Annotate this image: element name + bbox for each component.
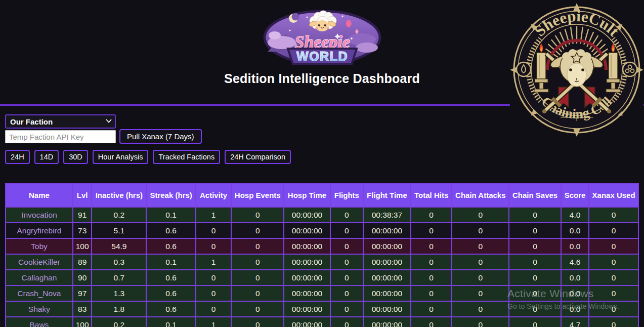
stat-cell: 0 (231, 254, 284, 270)
period-button-24h[interactable]: 24H (5, 150, 30, 164)
stat-cell: 0.6 (146, 223, 196, 238)
stat-cell: 0 (452, 223, 509, 238)
stat-cell: 0.0 (561, 270, 589, 285)
stat-cell: 0 (452, 317, 509, 327)
stat-cell: 00:00:00 (284, 238, 330, 254)
stat-cell: 0 (411, 238, 452, 254)
stat-cell: 0 (509, 223, 561, 238)
stat-cell: 0 (411, 223, 452, 238)
stat-cell: 0 (452, 207, 509, 223)
table-row: CookieKiller890.30.11000:00:00000:00:000… (6, 254, 638, 270)
stat-cell: 0 (509, 285, 561, 301)
stat-cell: 0 (589, 301, 638, 317)
stat-cell: 1.3 (92, 285, 146, 301)
stat-cell: 00:00:00 (363, 317, 411, 327)
period-button-14d[interactable]: 14D (34, 150, 59, 164)
stat-cell: 4.0 (561, 207, 589, 223)
stat-cell: 0.2 (92, 317, 146, 327)
droplet-medallion-icon (517, 62, 531, 76)
player-name-link[interactable]: Angryfirebird (6, 223, 73, 238)
stat-cell: 0 (589, 270, 638, 285)
stat-cell: 0 (196, 285, 231, 301)
stat-cell: 91 (73, 207, 92, 223)
stat-cell: 0 (196, 301, 231, 317)
column-header: Flight Time (363, 184, 411, 207)
table-row: Callaghan900.70.60000:00:00000:00:000000… (6, 270, 638, 285)
faction-select[interactable]: Our Faction (5, 114, 116, 129)
stat-cell: 0.0 (561, 223, 589, 238)
stat-cell: 0.0 (561, 301, 589, 317)
stat-cell: 0 (330, 301, 363, 317)
stat-cell: 97 (73, 285, 92, 301)
stat-cell: 0 (231, 301, 284, 317)
biohazard-medallion-icon (623, 62, 637, 76)
stat-cell: 0 (196, 270, 231, 285)
stat-cell: 0 (231, 317, 284, 327)
stats-table-body: Invocation910.20.11000:00:00000:38:37000… (6, 207, 638, 327)
stat-cell: 1 (196, 207, 231, 223)
stat-cell: 0.2 (92, 207, 146, 223)
stat-cell: 00:00:00 (284, 254, 330, 270)
stat-cell: 00:00:00 (363, 270, 411, 285)
column-header: Chain Attacks (452, 184, 509, 207)
period-button-tracked-factions[interactable]: Tracked Factions (153, 150, 220, 164)
stat-cell: 0.6 (146, 285, 196, 301)
stat-cell: 0 (411, 207, 452, 223)
stat-cell: 0 (509, 301, 561, 317)
stat-cell: 0 (330, 238, 363, 254)
stat-cell: 73 (73, 223, 92, 238)
stat-cell: 0.6 (146, 301, 196, 317)
column-header: Lvl (73, 184, 92, 207)
api-key-input[interactable] (5, 130, 116, 143)
stat-cell: 00:00:00 (284, 301, 330, 317)
stat-cell: 0 (330, 254, 363, 270)
player-name-link[interactable]: Invocation (6, 207, 73, 223)
stat-cell: 0.1 (146, 207, 196, 223)
stat-cell: 00:00:00 (363, 301, 411, 317)
player-name-link[interactable]: Toby (6, 238, 73, 254)
column-header: Flights (330, 184, 363, 207)
stat-cell: 89 (73, 254, 92, 270)
table-row: Invocation910.20.11000:00:00000:38:37000… (6, 207, 638, 223)
stat-cell: 0 (411, 270, 452, 285)
stat-cell: 0 (509, 270, 561, 285)
column-header: Xanax Used (589, 184, 638, 207)
column-header: Chain Saves (509, 184, 561, 207)
pull-xanax-button[interactable]: Pull Xanax (7 Days) (119, 129, 202, 144)
stat-cell: 0 (330, 207, 363, 223)
column-header: Name (6, 184, 73, 207)
stat-cell: 0.3 (92, 254, 146, 270)
stat-cell: 0.0 (561, 285, 589, 301)
stat-cell: 0 (589, 317, 638, 327)
stat-cell: 0 (452, 238, 509, 254)
player-name-link[interactable]: CookieKiller (6, 254, 73, 270)
player-name-link[interactable]: Callaghan (6, 270, 73, 285)
stat-cell: 0 (589, 223, 638, 238)
sheepie-world-logo: Sheepie WORLD (262, 5, 383, 67)
stat-cell: 0 (231, 223, 284, 238)
table-row: Toby10054.90.60000:00:00000:00:000000.00 (6, 238, 638, 254)
stat-cell: 00:00:00 (363, 238, 411, 254)
table-row: Shaky831.80.60000:00:00000:00:000000.00 (6, 301, 638, 317)
stat-cell: 1.8 (92, 301, 146, 317)
player-name-link[interactable]: Baws (6, 317, 73, 327)
stat-cell: 0 (330, 270, 363, 285)
column-header: Hosp Events (231, 184, 284, 207)
player-name-link[interactable]: Crash_Nova (6, 285, 73, 301)
dashboard-page: Sheepie WORLD Sedition Intelligence Dash… (0, 0, 644, 327)
period-button-row: 24H14D30DHour AnalysisTracked Factions24… (5, 150, 291, 164)
stat-cell: 0 (509, 254, 561, 270)
column-header: Total Hits (411, 184, 452, 207)
table-row: Baws1000.20.11000:00:00000:00:000004.70 (6, 317, 638, 327)
stat-cell: 4.6 (561, 254, 589, 270)
stat-cell: 0 (452, 301, 509, 317)
period-button-hour-analysis[interactable]: Hour Analysis (93, 150, 149, 164)
stat-cell: 5.1 (92, 223, 146, 238)
stat-cell: 0.6 (146, 238, 196, 254)
period-button-30d[interactable]: 30D (63, 150, 88, 164)
period-button-24h-comparison[interactable]: 24H Comparison (225, 150, 291, 164)
stat-cell: 0 (231, 238, 284, 254)
player-name-link[interactable]: Shaky (6, 301, 73, 317)
stat-cell: 0 (231, 285, 284, 301)
column-header: Activity (196, 184, 231, 207)
